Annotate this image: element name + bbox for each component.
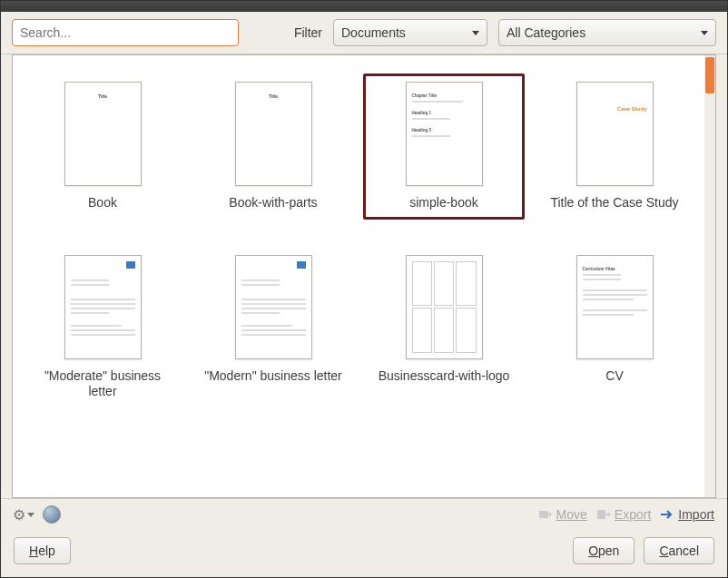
template-item[interactable]: TitleBook-with-parts	[192, 73, 354, 220]
import-label: Import	[678, 507, 714, 522]
titlebar	[1, 1, 727, 12]
online-templates-button[interactable]	[43, 505, 61, 524]
chevron-down-icon	[27, 513, 34, 517]
template-label: Title of the Case Study	[550, 195, 678, 211]
scrollbar[interactable]	[704, 55, 715, 497]
template-label: "Modern" business letter	[204, 368, 342, 385]
template-dialog: Filter Documents All Categories TitleBoo…	[0, 0, 728, 578]
template-list: TitleBookTitleBook-with-partsChapter Tit…	[12, 54, 716, 498]
import-button[interactable]: Import	[660, 507, 714, 522]
export-label: Export	[615, 507, 651, 522]
chevron-down-icon	[472, 31, 479, 35]
move-label: Move	[556, 507, 587, 522]
template-item[interactable]: "Modern" business letter	[192, 247, 354, 408]
template-item[interactable]: Businesscard-with-logo	[363, 247, 525, 408]
button-row: Help Open Cancel	[1, 530, 727, 577]
toolbar: Filter Documents All Categories	[1, 12, 727, 54]
filter-combo[interactable]: Documents	[333, 19, 487, 46]
chevron-down-icon	[701, 31, 708, 35]
template-label: simple-book	[409, 195, 477, 211]
scrollbar-thumb[interactable]	[705, 57, 714, 93]
template-item[interactable]: Case StudyTitle of the Case Study	[534, 73, 695, 220]
template-label: CV	[605, 368, 623, 385]
template-label: Businesscard-with-logo	[379, 368, 510, 385]
template-item[interactable]: TitleBook	[22, 73, 183, 220]
action-row: ⚙ Move Export Import	[1, 498, 727, 530]
settings-menu-button[interactable]: ⚙	[14, 505, 34, 524]
template-label: Book-with-parts	[229, 195, 317, 211]
svg-rect-1	[597, 510, 605, 519]
filter-combo-value: Documents	[341, 25, 465, 40]
import-icon	[660, 508, 674, 521]
template-label: Book	[88, 195, 117, 211]
export-icon	[596, 508, 611, 521]
export-button[interactable]: Export	[596, 507, 651, 522]
template-thumbnail	[64, 255, 142, 359]
move-button[interactable]: Move	[538, 507, 587, 522]
template-thumbnail	[406, 255, 483, 359]
template-thumbnail: Curriculum Vitae	[576, 255, 654, 359]
template-item[interactable]: Curriculum VitaeCV	[534, 247, 695, 408]
template-thumbnail: Case Study	[576, 82, 654, 186]
template-thumbnail	[235, 255, 312, 359]
help-button[interactable]: Help	[14, 537, 71, 564]
template-item[interactable]: "Moderate" business letter	[22, 247, 183, 408]
template-label: "Moderate" business letter	[30, 368, 175, 400]
search-input[interactable]	[12, 19, 239, 46]
move-icon	[538, 508, 553, 521]
category-combo[interactable]: All Categories	[498, 19, 716, 46]
template-thumbnail: Chapter TitleHeading 1Heading 2	[406, 82, 483, 186]
template-item[interactable]: Chapter TitleHeading 1Heading 2simple-bo…	[363, 73, 525, 220]
category-combo-value: All Categories	[507, 25, 694, 40]
template-thumbnail: Title	[64, 82, 142, 186]
gear-icon: ⚙	[13, 506, 25, 524]
template-grid: TitleBookTitleBook-with-partsChapter Tit…	[13, 55, 704, 497]
cancel-button[interactable]: Cancel	[644, 537, 714, 564]
filter-label: Filter	[294, 25, 322, 40]
open-button[interactable]: Open	[573, 537, 635, 564]
template-thumbnail: Title	[235, 82, 312, 186]
